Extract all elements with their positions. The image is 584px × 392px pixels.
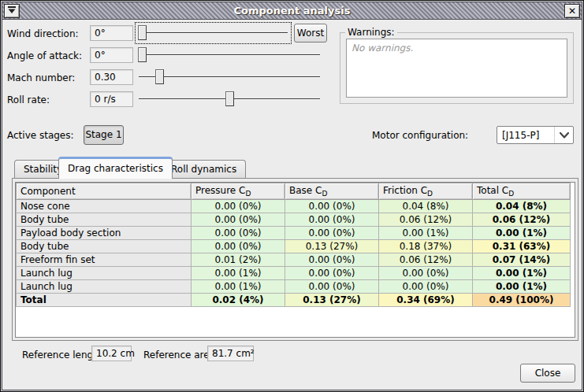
value-cell: 0.06 (12%) xyxy=(379,213,473,227)
active-stages-label: Active stages: xyxy=(7,130,74,141)
value-cell: 0.00 (0%) xyxy=(285,267,379,280)
value-cell: 0.06 (12%) xyxy=(379,253,473,267)
warnings-title: Warnings: xyxy=(345,27,397,38)
value-cell: 0.34 (69%) xyxy=(379,294,473,307)
angle-of-attack-slider[interactable] xyxy=(137,46,322,64)
tab-drag-characteristics[interactable]: Drag characteristics xyxy=(58,157,173,179)
component-cell: Launch lug xyxy=(17,280,192,294)
value-cell: 0.04 (8%) xyxy=(473,200,571,213)
wind-direction-label: Wind direction: xyxy=(7,28,79,39)
mach-number-field[interactable]: 0.30 xyxy=(90,69,133,85)
value-cell: 0.00 (0%) xyxy=(192,213,285,227)
value-cell: 0.00 (1%) xyxy=(192,267,285,280)
titlebar: Component analysis ✕ xyxy=(2,2,582,20)
close-button[interactable]: Close xyxy=(520,364,575,383)
value-cell: 0.00 (1%) xyxy=(473,267,571,280)
close-icon: ✕ xyxy=(568,6,576,17)
table-row[interactable]: Freeform fin set0.01 (2%)0.00 (0%)0.06 (… xyxy=(17,253,571,267)
component-cell: Total xyxy=(17,294,192,307)
slider-handle[interactable] xyxy=(155,69,164,84)
drag-characteristics-panel: ComponentPressure CDBase CDFriction CDTo… xyxy=(12,178,578,341)
value-cell: 0.00 (0%) xyxy=(192,200,285,213)
motor-configuration-label: Motor configuration: xyxy=(372,130,468,141)
component-analysis-dialog: Component analysis ✕ Wind direction: 0° … xyxy=(0,0,584,392)
window-menu-icon xyxy=(7,6,17,17)
value-cell: 0.18 (37%) xyxy=(379,240,473,253)
value-cell: 0.13 (27%) xyxy=(285,240,379,253)
value-cell: 0.00 (1%) xyxy=(473,227,571,240)
value-cell: 0.00 (0%) xyxy=(192,227,285,240)
component-cell: Body tube xyxy=(17,213,192,227)
reference-length-value: 10.2 cm xyxy=(91,346,132,361)
wind-direction-slider[interactable] xyxy=(137,24,289,42)
component-cell: Launch lug xyxy=(17,267,192,280)
slider-handle[interactable] xyxy=(225,91,234,106)
stage-1-toggle-button[interactable]: Stage 1 xyxy=(84,125,124,145)
table-row[interactable]: Body tube0.00 (0%)0.00 (0%)0.06 (12%)0.0… xyxy=(17,213,571,227)
slider-track xyxy=(139,76,320,78)
value-cell: 0.07 (14%) xyxy=(473,253,571,267)
window-title: Component analysis xyxy=(2,5,582,17)
slider-track xyxy=(139,54,320,56)
value-cell: 0.04 (8%) xyxy=(379,200,473,213)
slider-handle[interactable] xyxy=(138,47,147,62)
value-cell: 0.00 (0%) xyxy=(192,240,285,253)
warnings-group: Warnings: No warnings. xyxy=(340,32,574,104)
window-menu-button[interactable] xyxy=(4,4,20,18)
mach-number-label: Mach number: xyxy=(7,72,75,83)
window-close-button[interactable]: ✕ xyxy=(564,4,580,18)
component-cell: Payload body section xyxy=(17,227,192,240)
roll-rate-slider[interactable] xyxy=(137,91,322,108)
column-header[interactable]: Base CD xyxy=(285,183,379,200)
slider-handle[interactable] xyxy=(138,25,147,40)
value-cell: 0.02 (4%) xyxy=(192,294,285,307)
motor-configuration-combo[interactable]: [J115-P] xyxy=(497,126,574,144)
value-cell: 0.01 (2%) xyxy=(192,253,285,267)
column-header[interactable]: Friction CD xyxy=(379,183,473,200)
mach-number-slider[interactable] xyxy=(137,68,322,86)
column-header[interactable]: Component xyxy=(17,183,192,200)
value-cell: 0.00 (1%) xyxy=(473,280,571,294)
drag-table: ComponentPressure CDBase CDFriction CDTo… xyxy=(16,183,571,307)
table-row[interactable]: Total0.02 (4%)0.13 (27%)0.34 (69%)0.49 (… xyxy=(17,294,571,307)
value-cell: 0.00 (0%) xyxy=(379,267,473,280)
reference-area-value: 81.7 cm² xyxy=(207,346,254,361)
value-cell: 0.00 (1%) xyxy=(192,280,285,294)
table-row[interactable]: Nose cone0.00 (0%)0.00 (0%)0.04 (8%)0.04… xyxy=(17,200,571,213)
value-cell: 0.00 (0%) xyxy=(285,280,379,294)
table-row[interactable]: Launch lug0.00 (1%)0.00 (0%)0.00 (0%)0.0… xyxy=(17,280,571,294)
roll-rate-label: Roll rate: xyxy=(7,94,50,105)
value-cell: 0.00 (0%) xyxy=(285,227,379,240)
component-cell: Freeform fin set xyxy=(17,253,192,267)
motor-configuration-value: [J115-P] xyxy=(497,130,554,141)
component-cell: Body tube xyxy=(17,240,192,253)
value-cell: 0.31 (63%) xyxy=(473,240,571,253)
roll-rate-field[interactable]: 0 r/s xyxy=(90,91,133,107)
table-row[interactable]: Payload body section0.00 (0%)0.00 (0%)0.… xyxy=(17,227,571,240)
component-cell: Nose cone xyxy=(17,200,192,213)
value-cell: 0.06 (12%) xyxy=(473,213,571,227)
wind-direction-field[interactable]: 0° xyxy=(90,25,133,41)
value-cell: 0.13 (27%) xyxy=(285,294,379,307)
value-cell: 0.00 (0%) xyxy=(379,280,473,294)
value-cell: 0.00 (0%) xyxy=(285,213,379,227)
table-row[interactable]: Launch lug0.00 (1%)0.00 (0%)0.00 (0%)0.0… xyxy=(17,267,571,280)
tab-roll-dynamics[interactable]: Roll dynamics xyxy=(162,160,246,179)
angle-of-attack-field[interactable]: 0° xyxy=(90,47,133,63)
column-header[interactable]: Total CD xyxy=(473,183,571,200)
warnings-list: No warnings. xyxy=(346,39,567,98)
table-header-row: ComponentPressure CDBase CDFriction CDTo… xyxy=(17,183,571,200)
column-header[interactable]: Pressure CD xyxy=(192,183,285,200)
worst-button[interactable]: Worst xyxy=(294,24,327,43)
drag-table-scrollpane: ComponentPressure CDBase CDFriction CDTo… xyxy=(15,182,575,338)
value-cell: 0.00 (0%) xyxy=(285,253,379,267)
value-cell: 0.00 (0%) xyxy=(285,200,379,213)
chevron-down-icon xyxy=(554,127,573,143)
angle-of-attack-label: Angle of attack: xyxy=(7,50,82,61)
value-cell: 0.49 (100%) xyxy=(473,294,571,307)
value-cell: 0.00 (1%) xyxy=(379,227,473,240)
table-row[interactable]: Body tube0.00 (0%)0.13 (27%)0.18 (37%)0.… xyxy=(17,240,571,253)
slider-track xyxy=(139,32,288,34)
